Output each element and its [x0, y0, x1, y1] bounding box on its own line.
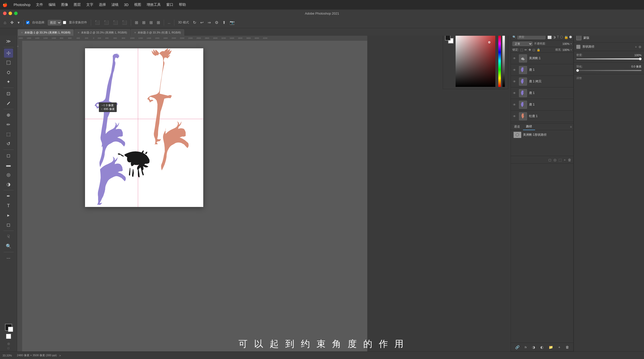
fx-btn[interactable]: fx: [524, 345, 528, 349]
layer-item-4[interactable]: 👁 鹿 1: [511, 99, 573, 111]
history-brush-tool[interactable]: ↺: [4, 139, 13, 148]
menu-photoshop[interactable]: Photoshop: [12, 2, 32, 7]
stamp-tool[interactable]: ⬚: [4, 130, 13, 139]
menu-help[interactable]: 帮助: [177, 2, 188, 8]
menu-file[interactable]: 文件: [34, 2, 45, 8]
channels-tab-channels[interactable]: 通道: [511, 124, 523, 130]
distribute2-icon[interactable]: ⊞: [141, 19, 147, 26]
color-gradient-field[interactable]: [456, 35, 495, 87]
menu-image[interactable]: 图像: [59, 2, 70, 8]
close-button[interactable]: [3, 12, 7, 15]
tab-2[interactable]: ✕ 未标题-3 @ 33.3% (牡鹿 1, RGB/8): [131, 29, 184, 36]
tab-2-close[interactable]: ✕: [134, 31, 136, 34]
layer-item-1[interactable]: 👁 鹿 1: [511, 64, 573, 76]
channels-menu[interactable]: ≡: [570, 125, 573, 129]
path-item-0[interactable]: 美洲豹 1形状路径: [511, 130, 573, 139]
channels-fill-btn[interactable]: ◻: [548, 158, 551, 162]
channels-new-btn[interactable]: +: [564, 158, 566, 162]
tab-0-close[interactable]: ✕: [21, 31, 23, 34]
feather-slider[interactable]: [576, 70, 641, 71]
tool-expand[interactable]: ≫: [4, 37, 13, 46]
camera-icon[interactable]: 📷: [228, 19, 236, 26]
mask-btn[interactable]: ◑: [531, 345, 536, 350]
foreground-swatch[interactable]: [445, 35, 451, 41]
link-layers-btn[interactable]: 🔗: [514, 345, 520, 350]
lock-all-icon[interactable]: 🔒: [537, 48, 540, 52]
lasso-tool[interactable]: [4, 68, 13, 77]
rectangle-select-tool[interactable]: [4, 58, 13, 67]
zoom-tool[interactable]: 🔍: [4, 242, 13, 251]
type-tool[interactable]: T: [4, 201, 13, 210]
align-top-icon[interactable]: ⬛: [121, 19, 128, 26]
fill-value[interactable]: 100%: [562, 48, 570, 51]
move-icon[interactable]: ⬆: [221, 19, 227, 26]
brush-tool[interactable]: ✏: [4, 120, 13, 129]
layer-visibility-0[interactable]: 👁: [513, 57, 517, 60]
channels-mask-btn[interactable]: ⬚: [558, 158, 562, 162]
hue-bar[interactable]: [498, 35, 501, 87]
alpha-bar[interactable]: [502, 35, 505, 87]
shape-add-btn[interactable]: +: [635, 45, 637, 49]
more-options[interactable]: ...: [167, 20, 172, 25]
delete-layer-btn[interactable]: 🗑: [565, 345, 570, 350]
screen-mode[interactable]: □: [8, 346, 9, 350]
rotate-icon[interactable]: ↻: [192, 19, 197, 26]
foreground-color[interactable]: [5, 324, 12, 331]
eyedropper-tool[interactable]: [4, 99, 13, 108]
dots-tool[interactable]: ···: [4, 254, 13, 263]
shape-intersect-btn[interactable]: ⊕: [638, 45, 641, 49]
channels-delete-btn[interactable]: 🗑: [568, 158, 571, 162]
lock-brush-icon[interactable]: ✏: [525, 48, 527, 52]
move-tool-icon[interactable]: ✥: [9, 19, 15, 26]
new-layer-btn[interactable]: +: [557, 345, 561, 350]
layer-visibility-2[interactable]: 👁: [513, 80, 517, 83]
settings-icon[interactable]: ⚙: [214, 19, 220, 26]
move-tool[interactable]: [4, 49, 13, 58]
blend-mode-select[interactable]: 正常: [512, 42, 533, 46]
menu-3d[interactable]: 3D: [122, 2, 131, 7]
lock-art-icon[interactable]: ◻: [533, 48, 535, 52]
menu-layer[interactable]: 图层: [72, 2, 83, 8]
tab-0[interactable]: ✕ 未标题-1 @ 33.3% (美洲豹 1, RGB/8): [18, 29, 74, 36]
menu-plugins[interactable]: 增效工具: [145, 2, 163, 8]
home-icon[interactable]: ⌂: [3, 20, 8, 26]
default-colors[interactable]: [6, 334, 11, 339]
quick-mask[interactable]: ◎: [7, 342, 10, 345]
canvas-area[interactable]: →I: 0 像素 ↑: 895 像素: [22, 41, 367, 351]
tab-1-close[interactable]: ✕: [77, 31, 79, 34]
layer-visibility-4[interactable]: 👁: [513, 103, 517, 106]
menu-select[interactable]: 选择: [97, 2, 108, 8]
magic-wand-tool[interactable]: ✦: [4, 77, 13, 86]
layer-visibility-1[interactable]: 👁: [513, 68, 517, 72]
maximize-button[interactable]: [14, 12, 18, 15]
path-select-tool[interactable]: ▸: [4, 211, 13, 220]
menu-filter[interactable]: 滤镜: [109, 2, 120, 8]
channels-stroke-btn[interactable]: ◎: [553, 158, 556, 162]
menu-window[interactable]: 窗口: [164, 2, 175, 8]
apple-menu[interactable]: 🍎: [3, 3, 8, 7]
layer-item-0[interactable]: 👁 美洲豹 1: [511, 53, 573, 64]
channels-tab-paths[interactable]: 路径: [523, 123, 535, 130]
crop-tool[interactable]: ⊡: [4, 89, 13, 98]
minimize-button[interactable]: [9, 12, 12, 15]
dodge-tool[interactable]: ◑: [4, 180, 13, 189]
lock-pixel-icon[interactable]: ⬚: [520, 48, 523, 52]
gradient-tool[interactable]: ▬: [4, 161, 13, 170]
status-arrow[interactable]: >: [59, 354, 61, 357]
redo-icon[interactable]: ⇒: [206, 19, 212, 26]
align-right-icon[interactable]: ⬛: [112, 19, 119, 26]
lock-move-icon[interactable]: ✥: [529, 48, 531, 52]
opacity-value[interactable]: 100%: [562, 42, 570, 45]
shape-tool[interactable]: ◻: [4, 220, 13, 229]
distribute-icon[interactable]: ⊞: [134, 19, 139, 26]
distribute4-icon[interactable]: ⊞: [155, 19, 161, 26]
auto-select-checkbox[interactable]: [26, 21, 29, 24]
layer-item-2[interactable]: 👁 鹿 1 拷贝: [511, 76, 573, 87]
layer-select[interactable]: 图层: [48, 20, 61, 25]
heal-tool[interactable]: ⊕: [4, 111, 13, 120]
distribute3-icon[interactable]: ⊞: [148, 19, 154, 26]
layer-visibility-5[interactable]: 👁: [513, 115, 517, 118]
background-color[interactable]: [8, 327, 13, 332]
undo-icon[interactable]: ↩: [199, 19, 205, 26]
align-center-icon[interactable]: ⬛: [103, 19, 110, 26]
